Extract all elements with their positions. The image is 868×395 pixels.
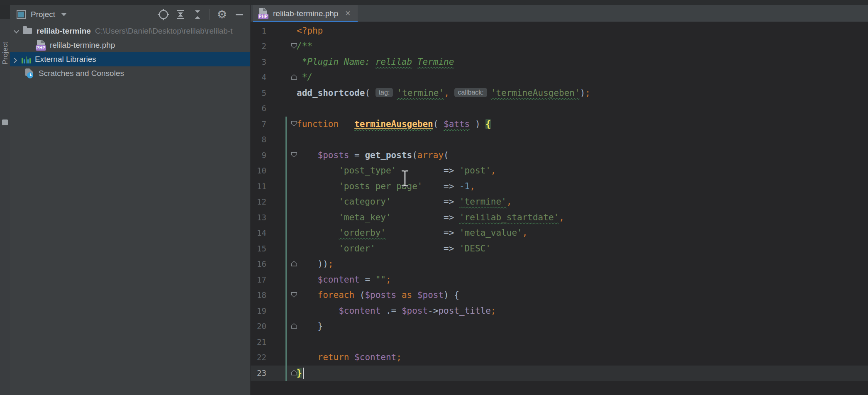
- code-line-13[interactable]: 'meta_key' => 'relilab_startdate',: [297, 210, 868, 226]
- line-number-22[interactable]: 22: [251, 350, 266, 366]
- line-number-10[interactable]: 10: [251, 163, 266, 179]
- close-icon[interactable]: ✕: [345, 9, 351, 18]
- code-line-4[interactable]: */: [297, 70, 868, 85]
- code-token: ,: [470, 181, 475, 191]
- code-token: 'post_type': [339, 166, 396, 176]
- code-token: [297, 197, 339, 207]
- tree-item-scratches[interactable]: Scratches and Consoles: [10, 66, 250, 80]
- code-token: =>: [422, 181, 459, 191]
- code-line-19[interactable]: $content .= $post->post_title;: [297, 303, 868, 319]
- fold-marker-line-7[interactable]: [291, 121, 297, 127]
- code-line-11[interactable]: 'posts_per_page' => -1,: [297, 179, 868, 195]
- code-token: relilab: [375, 57, 412, 67]
- fold-marker-line-9[interactable]: [291, 152, 297, 158]
- code-token: =: [349, 150, 365, 160]
- chevron-down-icon[interactable]: [61, 13, 67, 16]
- line-number-5[interactable]: 5: [251, 85, 266, 101]
- text-caret: [303, 368, 304, 379]
- code-token: =>: [391, 197, 459, 207]
- line-number-20[interactable]: 20: [251, 319, 266, 334]
- code-token: [412, 290, 417, 300]
- line-number-13[interactable]: 13: [251, 210, 266, 226]
- line-number-gutter[interactable]: 1234567891011121314151617181920212223: [251, 23, 266, 381]
- code-line-15[interactable]: 'order' => 'DESC': [297, 241, 868, 257]
- tree-item-label: relilab-termine.php: [50, 41, 115, 50]
- code-line-9[interactable]: $posts = get_posts(array(: [297, 148, 868, 163]
- code-line-7[interactable]: function termineAusgeben( $atts ) {: [297, 117, 868, 132]
- tree-item-external-libraries[interactable]: External Libraries: [10, 52, 250, 66]
- line-number-16[interactable]: 16: [251, 256, 266, 272]
- code-token: relilab: [375, 57, 412, 67]
- line-number-23[interactable]: 23: [251, 366, 266, 381]
- line-number-11[interactable]: 11: [251, 179, 266, 195]
- project-view-icon[interactable]: [17, 10, 26, 19]
- stripe-drag-icon[interactable]: [2, 119, 8, 125]
- line-number-8[interactable]: 8: [251, 132, 266, 148]
- fold-marker-line-2[interactable]: [291, 43, 297, 49]
- code-line-16[interactable]: ));: [297, 256, 868, 272]
- line-number-4[interactable]: 4: [251, 70, 266, 85]
- tab-relilab-termine-php[interactable]: PHP relilab-termine.php ✕: [253, 5, 358, 22]
- code-line-20[interactable]: }: [297, 319, 868, 334]
- line-number-18[interactable]: 18: [251, 288, 266, 303]
- code-token: /**: [297, 41, 312, 51]
- chevron-down-icon[interactable]: [12, 27, 20, 35]
- code-line-17[interactable]: $content = "";: [297, 272, 868, 288]
- project-stripe-button[interactable]: Project: [1, 22, 10, 84]
- code-line-21[interactable]: [297, 334, 868, 350]
- tree-item-relilab-termine-php[interactable]: PHP relilab-termine.php: [10, 38, 250, 52]
- line-number-2[interactable]: 2: [251, 39, 266, 54]
- line-number-9[interactable]: 9: [251, 148, 266, 163]
- fold-marker-line-4[interactable]: [291, 74, 297, 80]
- line-number-3[interactable]: 3: [251, 54, 266, 70]
- crosshair-icon: [159, 10, 168, 19]
- fold-marker-line-18[interactable]: [291, 292, 297, 297]
- code-token: ): [470, 119, 485, 129]
- code-token: }: [297, 321, 323, 331]
- code-token: 'post': [459, 166, 491, 176]
- fold-marker-line-23[interactable]: [291, 370, 297, 375]
- code-line-22[interactable]: return $content;: [297, 350, 868, 366]
- expand-all-button[interactable]: [176, 10, 185, 20]
- code-line-18[interactable]: foreach ($posts as $post) {: [297, 288, 868, 303]
- line-number-14[interactable]: 14: [251, 225, 266, 241]
- code-token: "": [375, 275, 386, 285]
- hide-panel-button[interactable]: [234, 10, 244, 20]
- folder-icon: [22, 26, 33, 37]
- collapse-all-button[interactable]: [193, 10, 202, 20]
- code-line-5[interactable]: add_shortcode( tag:'termine', callback:'…: [297, 85, 868, 101]
- code-line-3[interactable]: *Plugin Name: relilab Termine: [297, 54, 868, 70]
- code-line-23[interactable]: }: [297, 366, 868, 381]
- code-line-1[interactable]: <?php: [297, 23, 868, 39]
- locate-file-button[interactable]: [158, 10, 168, 20]
- code-token: ;: [585, 88, 590, 98]
- code-line-12[interactable]: 'category' => 'termine',: [297, 194, 868, 210]
- line-number-7[interactable]: 7: [251, 117, 266, 132]
- line-number-17[interactable]: 17: [251, 272, 266, 288]
- line-number-19[interactable]: 19: [251, 303, 266, 319]
- php-file-icon: PHP: [36, 40, 46, 51]
- line-number-12[interactable]: 12: [251, 194, 266, 210]
- code-line-2[interactable]: /**: [297, 39, 868, 54]
- code-token: (: [433, 119, 444, 129]
- line-number-1[interactable]: 1: [251, 23, 266, 39]
- line-number-21[interactable]: 21: [251, 334, 266, 350]
- code-text[interactable]: <?php/** *Plugin Name: relilab Termine *…: [297, 23, 868, 381]
- line-number-15[interactable]: 15: [251, 241, 266, 257]
- fold-marker-line-20[interactable]: [291, 323, 297, 329]
- code-line-8[interactable]: [297, 132, 868, 148]
- code-line-6[interactable]: [297, 101, 868, 117]
- code-line-14[interactable]: 'orderby' => 'meta_value',: [297, 225, 868, 241]
- line-number-6[interactable]: 6: [251, 101, 266, 117]
- code-token: =>: [375, 244, 459, 254]
- chevron-right-icon[interactable]: [11, 56, 18, 63]
- code-token: <?php: [297, 26, 323, 36]
- tree-item-relilab-termine[interactable]: relilab-termine C:\Users\Daniel\Desktop\…: [10, 24, 250, 38]
- panel-settings-button[interactable]: ⚙: [217, 10, 227, 20]
- code-token: termineAusgeben: [354, 119, 433, 129]
- inline-parameter-hint: callback:: [454, 88, 487, 97]
- code-token: [349, 352, 354, 362]
- code-editor[interactable]: 1234567891011121314151617181920212223 <?…: [251, 22, 868, 395]
- fold-marker-line-16[interactable]: [291, 261, 297, 266]
- code-line-10[interactable]: 'post_type' => 'post',: [297, 163, 868, 179]
